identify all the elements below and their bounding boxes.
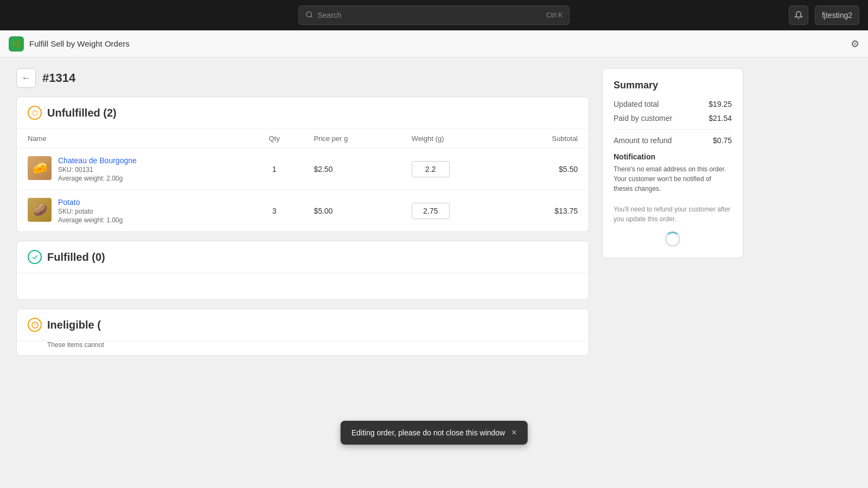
col-price: Price per g (303, 129, 400, 149)
paid-label: Paid by customer (614, 114, 672, 123)
fulfilled-empty (17, 273, 589, 299)
product-cell-0: 🧀 Chateau de Bourgogne SKU: 00131 Averag… (17, 149, 246, 190)
product-sku-1: SKU: potato (58, 208, 123, 215)
unfulfilled-section: Unfulfilled (2) Name Qty Price per g Wei… (16, 97, 589, 232)
user-menu-button[interactable]: fjtesting2 (815, 5, 859, 25)
weight-cell-0 (401, 149, 506, 190)
spinner (665, 232, 680, 247)
updated-total-value: $19.25 (709, 100, 732, 108)
fulfilled-icon (28, 250, 42, 264)
ineligible-header: Ineligible ( (17, 309, 589, 341)
product-avg-weight-1: Average weight: 1.00g (58, 216, 123, 224)
main-content: ← #1314 Unfulfilled (2) Name Qty (0, 57, 760, 375)
loading-spinner (614, 232, 732, 247)
table-row: 🧀 Chateau de Bourgogne SKU: 00131 Averag… (17, 149, 589, 190)
notification-title: Notification (614, 152, 732, 161)
order-header: ← #1314 (16, 68, 589, 88)
svg-point-0 (307, 11, 311, 16)
product-avg-weight-0: Average weight: 2.00g (58, 175, 137, 182)
product-image-1: 🥔 (28, 198, 52, 222)
toast-message: Editing order, please do not close this … (352, 428, 505, 437)
topbar-right: fjtesting2 (789, 5, 859, 25)
ineligible-title: Ineligible ( (47, 319, 101, 331)
product-info-1: Potato SKU: potato Average weight: 1.00g (58, 198, 123, 224)
ineligible-icon (28, 318, 42, 332)
left-panel: ← #1314 Unfulfilled (2) Name Qty (16, 68, 589, 364)
ineligible-subtitle: These items cannot (17, 341, 589, 355)
refund-value: $0.75 (713, 136, 732, 145)
fulfilled-title: Fulfilled (0) (47, 251, 105, 264)
col-weight: Weight (g) (401, 129, 506, 149)
unfulfilled-header: Unfulfilled (2) (17, 97, 589, 129)
summary-divider (614, 129, 732, 130)
col-name: Name (17, 129, 246, 149)
weight-input-1[interactable] (412, 203, 450, 219)
product-name-1[interactable]: Potato (58, 198, 80, 207)
user-label: fjtesting2 (822, 11, 852, 20)
summary-row-updated-total: Updated total $19.25 (614, 100, 732, 108)
toast-notification: Editing order, please do not close this … (341, 421, 528, 445)
updated-total-label: Updated total (614, 100, 659, 108)
ineligible-section: Ineligible ( These items cannot (16, 309, 589, 356)
settings-icon[interactable]: ⚙ (851, 38, 859, 50)
product-cell-1: 🥔 Potato SKU: potato Average weight: 1.0… (17, 190, 246, 232)
toast-close-button[interactable]: × (512, 428, 516, 437)
price-cell-0: $2.50 (303, 149, 400, 190)
summary-row-paid: Paid by customer $21.54 (614, 114, 732, 123)
app-title: Fulfill Sell by Weight Orders (29, 39, 130, 48)
search-shortcut-hint: Ctrl K (546, 11, 563, 19)
col-qty: Qty (246, 129, 303, 149)
weight-cell-1 (401, 190, 506, 232)
back-button[interactable]: ← (16, 68, 36, 88)
notification-text: There's no email address on this order. … (614, 164, 732, 194)
weight-input-0[interactable] (412, 161, 450, 177)
unfulfilled-title: Unfulfilled (2) (47, 107, 117, 119)
summary-card: Summary Updated total $19.25 Paid by cus… (602, 68, 743, 258)
unfulfilled-icon (28, 106, 42, 120)
table-row: 🥔 Potato SKU: potato Average weight: 1.0… (17, 190, 589, 232)
notification-section: Notification There's no email address on… (614, 152, 732, 194)
app-titlebar: 🌿 Fulfill Sell by Weight Orders ⚙ (0, 30, 868, 57)
product-sku-0: SKU: 00131 (58, 166, 137, 174)
refund-note: You'll need to refund your customer afte… (614, 204, 732, 224)
product-info-0: Chateau de Bourgogne SKU: 00131 Average … (58, 156, 137, 182)
fulfilled-header: Fulfilled (0) (17, 241, 589, 273)
col-subtotal: Subtotal (505, 129, 589, 149)
subtotal-cell-1: $13.75 (505, 190, 589, 232)
topbar: Ctrl K fjtesting2 (0, 0, 868, 30)
summary-row-refund: Amount to refund $0.75 (614, 136, 732, 145)
refund-label: Amount to refund (614, 136, 672, 145)
search-icon (305, 11, 313, 20)
price-cell-1: $5.00 (303, 190, 400, 232)
fulfilled-section: Fulfilled (0) (16, 241, 589, 300)
qty-cell-0: 1 (246, 149, 303, 190)
product-image-0: 🧀 (28, 156, 52, 180)
qty-cell-1: 3 (246, 190, 303, 232)
product-name-0[interactable]: Chateau de Bourgogne (58, 156, 137, 165)
search-input[interactable] (317, 11, 542, 20)
summary-title: Summary (614, 80, 732, 91)
notifications-button[interactable] (789, 5, 808, 25)
summary-panel: Summary Updated total $19.25 Paid by cus… (602, 68, 743, 364)
paid-value: $21.54 (709, 114, 732, 123)
search-bar[interactable]: Ctrl K (298, 5, 570, 25)
app-icon: 🌿 (9, 36, 24, 52)
unfulfilled-table: Name Qty Price per g Weight (g) Subtotal… (17, 129, 589, 232)
order-number: #1314 (42, 71, 75, 85)
subtotal-cell-0: $5.50 (505, 149, 589, 190)
